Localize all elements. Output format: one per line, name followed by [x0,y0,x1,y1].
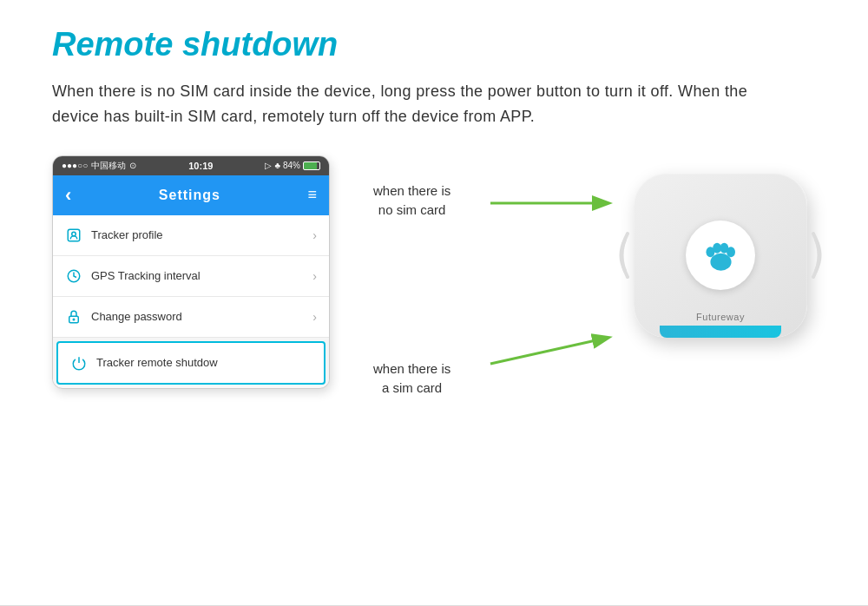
status-right: ▷ ♣ 84% [265,161,320,170]
password-label: Change password [91,310,182,323]
page-container: Remote shutdown When there is no SIM car… [0,0,868,606]
signal-arc-left [615,229,630,281]
phone-mockup: ●●●○○ 中国移动 ⊙ 10:19 ▷ ♣ 84% ‹ Settings ≡ [52,155,330,389]
settings-title: Settings [159,188,220,203]
device-accent [660,326,781,338]
lock-menu-icon [65,308,82,326]
signal-arc-right [811,229,826,281]
menu-item-tracker-profile[interactable]: Tracker profile › [53,215,329,256]
chevron-icon-2: › [312,269,317,283]
location-icon: ▷ [265,161,272,170]
status-time: 10:19 [188,161,213,171]
svg-point-12 [727,247,735,257]
device-body: Futureway [634,173,807,338]
gps-label: GPS Tracking interval [91,269,201,282]
svg-point-4 [73,319,75,320]
battery-label: 84% [283,161,300,170]
description-text: When there is no SIM card inside the dev… [52,79,764,129]
status-left: ●●●○○ 中国移动 ⊙ [62,160,136,172]
svg-line-7 [490,338,608,364]
status-bar: ●●●○○ 中国移动 ⊙ 10:19 ▷ ♣ 84% [53,156,329,175]
page-title: Remote shutdown [52,26,816,63]
menu-item-gps[interactable]: GPS Tracking interval › [53,256,329,297]
annotation-no-sim: when there isno sim card [373,181,450,221]
menu-icon[interactable]: ≡ [307,186,317,204]
shutdown-label: Tracker remote shutdow [96,356,218,369]
gps-menu-icon [65,267,82,285]
content-area: ●●●○○ 中国移动 ⊙ 10:19 ▷ ♣ 84% ‹ Settings ≡ [52,155,816,433]
annotation-sim-card: when there isa sim card [373,359,450,399]
menu-list: Tracker profile › GPS Tracking interva [53,215,329,385]
wifi-icon: ⊙ [129,161,136,170]
device-paw-button [686,221,755,290]
power-menu-icon [70,354,88,372]
battery-icon [303,161,320,170]
back-button[interactable]: ‹ [65,184,71,207]
chevron-icon-1: › [312,228,317,242]
phone-header: ‹ Settings ≡ [53,175,329,215]
right-area: when there isno sim card when there isa … [356,155,816,433]
menu-item-shutdown[interactable]: Tracker remote shutdow [56,341,326,385]
device-container: Futureway [634,173,807,338]
paw-icon [697,231,745,279]
menu-item-password[interactable]: Change password › [53,297,329,338]
tracker-profile-label: Tracker profile [91,228,163,241]
carrier-name: 中国移动 [91,160,126,172]
location-menu-icon [65,227,82,244]
bluetooth-icon: ♣ [274,161,280,170]
chevron-icon-3: › [312,310,317,324]
device-brand-label: Futureway [696,312,745,322]
signal-dots: ●●●○○ [62,161,88,170]
